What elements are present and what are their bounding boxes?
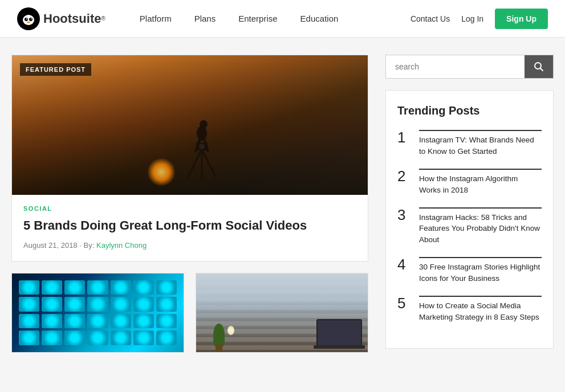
post-title: 5 Brands Doing Great Long-Form Social Vi… <box>23 218 356 234</box>
post-author[interactable]: Kaylynn Chong <box>96 241 147 250</box>
main-content: FEATURED POST <box>0 38 565 370</box>
logo-text: Hootsuite <box>43 11 101 26</box>
left-column: FEATURED POST <box>11 55 368 353</box>
trending-text-wrap-5: How to Create a Social Media Marketing S… <box>419 296 542 323</box>
nav-enterprise[interactable]: Enterprise <box>238 14 277 23</box>
svg-point-1 <box>23 15 34 25</box>
hootsuite-logo-icon <box>17 7 40 30</box>
trending-item-3[interactable]: 3 Instagram Hacks: 58 Tricks and Feature… <box>397 207 542 246</box>
small-card-2[interactable] <box>196 273 368 353</box>
right-column: Trending Posts 1 Instagram TV: What Bran… <box>385 55 554 353</box>
post-date: August 21, 2018 <box>23 241 78 250</box>
nav-plans[interactable]: Plans <box>194 14 216 23</box>
trending-title: Trending Posts <box>397 104 542 117</box>
trending-posts: Trending Posts 1 Instagram TV: What Bran… <box>385 90 554 349</box>
small-card-1[interactable] <box>11 273 184 353</box>
trending-item-4[interactable]: 4 30 Free Instagram Stories Highlight Ic… <box>397 257 542 284</box>
trending-text-2: How the Instagram Algorithm Works in 201… <box>419 174 518 194</box>
logo[interactable]: Hootsuite® <box>17 7 105 30</box>
small-card-2-image <box>196 273 368 352</box>
trending-number-2: 2 <box>397 169 411 196</box>
trending-number-5: 5 <box>397 296 411 323</box>
header: Hootsuite® Platform Plans Enterprise Edu… <box>0 0 565 38</box>
header-right: Contact Us Log In Sign Up <box>410 9 548 29</box>
dots-pattern <box>12 273 184 352</box>
post-meta: August 21, 2018 · By: Kaylynn Chong <box>23 241 356 250</box>
trending-text-3: Instagram Hacks: 58 Tricks and Features … <box>419 213 540 244</box>
trending-number-4: 4 <box>397 257 411 284</box>
featured-post[interactable]: FEATURED POST <box>11 55 368 262</box>
svg-point-15 <box>200 120 208 128</box>
search-box <box>385 55 554 79</box>
search-icon <box>534 62 544 72</box>
svg-point-4 <box>26 18 27 19</box>
svg-point-13 <box>199 144 205 149</box>
post-by: By: <box>84 241 95 250</box>
trending-text-wrap-4: 30 Free Instagram Stories Highlight Icon… <box>419 257 542 284</box>
trending-number-1: 1 <box>397 130 411 157</box>
bottom-cards <box>11 273 368 353</box>
trending-text-5: How to Create a Social Media Marketing S… <box>419 301 539 321</box>
svg-point-3 <box>29 18 32 21</box>
trending-text-wrap-3: Instagram Hacks: 58 Tricks and Features … <box>419 207 542 246</box>
trending-text-wrap-2: How the Instagram Algorithm Works in 201… <box>419 169 542 196</box>
svg-point-14 <box>197 126 207 141</box>
trending-text-1: Instagram TV: What Brands Need to Know t… <box>419 136 534 156</box>
sign-up-button[interactable]: Sign Up <box>495 9 548 29</box>
featured-post-content: SOCIAL 5 Brands Doing Great Long-Form So… <box>12 195 368 261</box>
svg-point-5 <box>31 18 32 19</box>
logo-trademark: ® <box>101 15 105 22</box>
svg-point-2 <box>25 18 28 21</box>
svg-line-20 <box>540 68 543 71</box>
nav-platform[interactable]: Platform <box>140 14 172 23</box>
small-card-1-image <box>12 273 184 352</box>
search-button[interactable] <box>525 55 553 78</box>
photographer-silhouette <box>182 115 222 183</box>
trending-item-5[interactable]: 5 How to Create a Social Media Marketing… <box>397 296 542 323</box>
featured-post-image <box>12 55 368 195</box>
svg-point-8 <box>27 21 30 23</box>
svg-line-9 <box>188 149 202 178</box>
nav-education[interactable]: Education <box>300 14 339 23</box>
trending-text-4: 30 Free Instagram Stories Highlight Icon… <box>419 263 540 283</box>
trending-number-3: 3 <box>397 207 411 246</box>
post-category: SOCIAL <box>23 205 356 212</box>
trending-item-2[interactable]: 2 How the Instagram Algorithm Works in 2… <box>397 169 542 196</box>
featured-badge: FEATURED POST <box>20 63 91 76</box>
main-nav: Platform Plans Enterprise Education <box>140 14 410 23</box>
log-in-link[interactable]: Log In <box>461 14 483 23</box>
svg-line-11 <box>202 149 216 178</box>
search-input[interactable] <box>386 55 525 78</box>
trending-text-wrap-1: Instagram TV: What Brands Need to Know t… <box>419 130 542 157</box>
trending-item-1[interactable]: 1 Instagram TV: What Brands Need to Know… <box>397 130 542 157</box>
contact-us-link[interactable]: Contact Us <box>410 14 450 23</box>
